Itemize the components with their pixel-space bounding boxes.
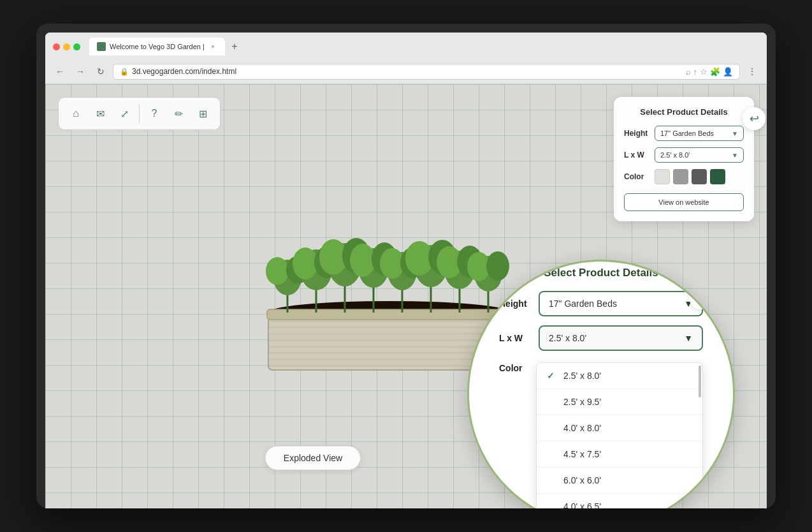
zoom-dropdown-area: Color ✓ 2.5' x 8.0' ✓ 2.5' x 9.5 (499, 360, 703, 508)
zoom-height-label: Height (499, 299, 531, 309)
zoom-lxw-select[interactable]: 2.5' x 8.0' ▼ (539, 325, 703, 351)
zoom-lxw-arrow: ▼ (684, 333, 693, 343)
profile-icon: 👤 (723, 67, 733, 77)
panel-back-button[interactable]: ↩ (743, 107, 765, 130)
color-swatch-white[interactable] (655, 169, 670, 184)
help-tool-button[interactable]: ? (143, 103, 165, 124)
zoom-color-label: Color (499, 363, 523, 373)
zoom-back-button[interactable]: ↩ (689, 285, 713, 309)
new-tab-button[interactable]: + (228, 40, 242, 54)
product-details-panel: Select Product Details Height 17" Garden… (614, 97, 754, 221)
color-label: Color (624, 172, 649, 181)
check-mark-1: ✓ (547, 371, 557, 381)
zoom-panel: Select Product Details Height 17" Garden… (499, 267, 703, 508)
dropdown-item-3[interactable]: ✓ 4.0' x 8.0' (537, 415, 702, 441)
dropdown-item-2[interactable]: ✓ 2.5' x 9.5' (537, 389, 702, 415)
lxw-value: 2.5' x 8.0' (660, 151, 690, 159)
dropdown-value-3: 4.0' x 8.0' (563, 423, 601, 433)
dropdown-value-5: 6.0' x 6.0' (563, 475, 601, 485)
fullscreen-traffic-light[interactable] (73, 43, 80, 50)
panel-title: Select Product Details (624, 107, 744, 117)
active-tab[interactable]: Welcome to Vego 3D Garden | × (89, 38, 225, 55)
view-website-button[interactable]: View on website (624, 193, 744, 211)
svg-point-7 (266, 257, 289, 285)
lxw-dropdown-list: ✓ 2.5' x 8.0' ✓ 2.5' x 9.5' ✓ 4.0' x 8.0… (536, 362, 703, 508)
height-dropdown-arrow: ▼ (732, 130, 738, 137)
dropdown-item-4[interactable]: ✓ 4.5' x 7.5' (537, 441, 702, 468)
dropdown-item-5[interactable]: ✓ 6.0' x 6.0' (537, 468, 702, 494)
back-button[interactable]: ← (52, 63, 68, 80)
address-bar-icons: ⌕ ↑ ☆ 🧩 👤 (686, 67, 734, 77)
zoom-lxw-label: L x W (499, 333, 531, 343)
forward-button[interactable]: → (72, 63, 89, 80)
height-label: Height (624, 129, 649, 138)
mail-tool-button[interactable]: ✉ (89, 103, 111, 124)
svg-rect-4 (267, 309, 512, 320)
zoom-color-area: Color (499, 360, 531, 508)
refresh-button[interactable]: ↻ (92, 63, 109, 80)
height-select[interactable]: 17" Garden Beds ▼ (655, 126, 744, 141)
zoom-icon: ⌕ (686, 67, 691, 77)
toolbar-divider (139, 104, 140, 123)
color-row: Color (624, 169, 744, 184)
close-traffic-light[interactable] (53, 43, 60, 50)
height-value: 17" Garden Beds (660, 129, 714, 137)
tab-close-button[interactable]: × (208, 42, 217, 51)
minimize-traffic-light[interactable] (63, 43, 70, 50)
dropdown-value-4: 4.5' x 7.5' (563, 449, 601, 459)
traffic-lights (53, 43, 80, 50)
lxw-select[interactable]: 2.5' x 8.0' ▼ (655, 147, 744, 163)
extension-icon: 🧩 (710, 67, 720, 77)
zoom-lxw-value: 2.5' x 8.0' (549, 333, 586, 343)
zoom-height-row: Height 17" Garden Beds ▼ (499, 291, 703, 316)
zoom-content: Select Product Details Height 17" Garden… (480, 272, 722, 508)
screen: Welcome to Vego 3D Garden | × + ← → ↻ 🔒 … (45, 33, 767, 508)
lxw-dropdown-arrow: ▼ (732, 152, 738, 159)
grid-tool-button[interactable]: ⊞ (192, 103, 214, 124)
dropdown-value-6: 4.0' x 6.5' (563, 501, 601, 508)
color-swatch-green[interactable] (710, 169, 725, 184)
browser-chrome: Welcome to Vego 3D Garden | × + ← → ↻ 🔒 … (45, 33, 767, 84)
zoom-popup: Select Product Details Height 17" Garden… (467, 260, 735, 508)
color-swatch-charcoal[interactable] (692, 169, 707, 184)
dropdown-value-2: 2.5' x 9.5' (563, 397, 601, 407)
zoom-lxw-row: L x W 2.5' x 8.0' ▼ (499, 325, 703, 351)
lxw-row: L x W 2.5' x 8.0' ▼ (624, 147, 744, 163)
tab-title: Welcome to Vego 3D Garden | (110, 43, 205, 50)
color-swatch-silver[interactable] (673, 169, 688, 184)
browser-titlebar: Welcome to Vego 3D Garden | × + (45, 33, 767, 61)
zoom-height-select[interactable]: 17" Garden Beds ▼ (539, 291, 703, 316)
tab-favicon (97, 42, 106, 51)
url-text: 3d.vegogarden.com/index.html (132, 67, 236, 76)
viewport: ⌂ ✉ ⤢ ? ✏ ⊞ (45, 84, 767, 508)
svg-point-11 (293, 248, 318, 279)
height-row: Height 17" Garden Beds ▼ (624, 126, 744, 141)
svg-point-19 (350, 244, 375, 277)
dropdown-item-1[interactable]: ✓ 2.5' x 8.0' (537, 363, 702, 389)
dropdown-item-6[interactable]: ✓ 4.0' x 6.5' (537, 494, 702, 508)
tab-bar: Welcome to Vego 3D Garden | × + (89, 38, 735, 55)
home-tool-button[interactable]: ⌂ (65, 103, 87, 124)
zoom-height-value: 17" Garden Beds (549, 299, 617, 309)
lxw-label: L x W (624, 151, 649, 159)
exploded-view-button[interactable]: Exploded View (265, 446, 361, 470)
share-icon: ↑ (693, 67, 698, 77)
address-bar[interactable]: 🔒 3d.vegogarden.com/index.html ⌕ ↑ ☆ 🧩 👤 (113, 64, 740, 80)
dropdown-scrollbar (699, 366, 701, 397)
more-menu-button[interactable]: ⋮ (744, 63, 760, 80)
edit-tool-button[interactable]: ✏ (168, 103, 189, 124)
laptop-shell: Welcome to Vego 3D Garden | × + ← → ↻ 🔒 … (36, 24, 776, 508)
zoom-panel-title: Select Product Details (499, 267, 703, 279)
bookmark-icon: ☆ (700, 67, 707, 77)
expand-tool-button[interactable]: ⤢ (113, 103, 135, 124)
tool-toolbar: ⌂ ✉ ⤢ ? ✏ ⊞ (58, 97, 221, 130)
address-bar-row: ← → ↻ 🔒 3d.vegogarden.com/index.html ⌕ ↑… (45, 61, 767, 84)
color-swatches (655, 169, 725, 184)
dropdown-value-1: 2.5' x 8.0' (563, 371, 601, 381)
